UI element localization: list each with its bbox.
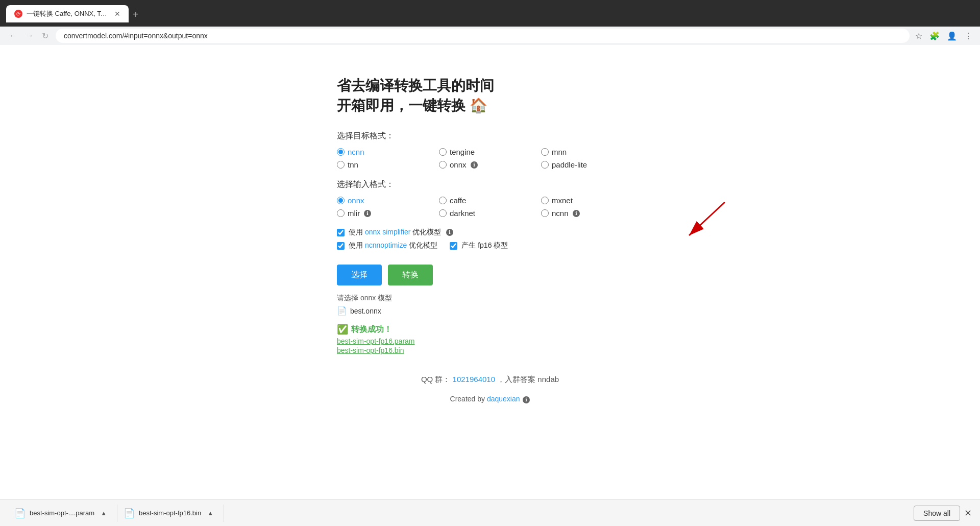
radio-paddle-input[interactable] (541, 161, 549, 169)
radio-mlir-input[interactable] (337, 209, 345, 217)
radio-onnx-target-label[interactable]: onnx (450, 160, 467, 169)
radio-caffe[interactable]: caffe (439, 196, 541, 205)
convert-button[interactable]: 转换 (388, 265, 433, 285)
onnx-simplifier-link[interactable]: onnx simplifier (365, 228, 410, 236)
checkbox-ncnnoptimize-label[interactable]: 使用 ncnnoptimize 优化模型 (349, 241, 437, 250)
button-group: 选择 转换 (337, 265, 643, 285)
radio-ncnn-input[interactable]: ncnn ℹ (541, 209, 643, 218)
radio-darknet-label[interactable]: darknet (450, 209, 475, 218)
main-container: 省去编译转换工具的时间 开箱即用，一键转换 🏠 选择目标格式： ncnn ten… (337, 76, 643, 403)
radio-onnx-input-radio[interactable] (337, 197, 345, 204)
radio-onnx-input[interactable]: onnx (337, 196, 439, 205)
file-item: 📄 best.onnx (337, 306, 643, 316)
file-section: 请选择 onnx 模型 📄 best.onnx (337, 294, 643, 316)
created-link[interactable]: daquexian (487, 395, 520, 403)
radio-tnn-input[interactable] (337, 161, 345, 169)
tab-title: 一键转换 Caffe, ONNX, Tensorf (27, 9, 110, 18)
radio-mxnet[interactable]: mxnet (541, 196, 643, 205)
checkbox-onnx-simplifier[interactable] (337, 229, 345, 236)
radio-onnx-target[interactable]: onnx ℹ (439, 160, 541, 169)
browser-nav-controls: ← → ↻ (6, 29, 52, 43)
radio-mlir[interactable]: mlir ℹ (337, 209, 439, 218)
radio-onnx-input-label[interactable]: onnx (348, 196, 364, 205)
select-button[interactable]: 选择 (337, 265, 382, 285)
browser-chrome: ⟳ 一键转换 Caffe, ONNX, Tensorf ✕ + (0, 0, 980, 27)
house-icon: 🏠 (470, 98, 487, 113)
file-hint: 请选择 onnx 模型 (337, 294, 643, 303)
page-content: 省去编译转换工具的时间 开箱即用，一键转换 🏠 选择目标格式： ncnn ten… (0, 45, 980, 489)
second-checkbox-row: 使用 ncnnoptimize 优化模型 产生 fp16 模型 (337, 241, 643, 254)
created-text: Created by (450, 395, 487, 403)
input-format-group: onnx caffe mxnet mlir ℹ darknet ncnn (337, 196, 643, 218)
target-format-label: 选择目标格式： (337, 131, 643, 141)
download-link-bin[interactable]: best-sim-opt-fp16.bin (337, 346, 643, 354)
menu-icon[interactable]: ⋮ (963, 30, 974, 42)
red-arrow-annotation (658, 197, 735, 248)
radio-paddle-lite[interactable]: paddle-lite (541, 160, 643, 169)
radio-tnn-label[interactable]: tnn (348, 160, 358, 169)
file-name: best.onnx (350, 307, 381, 315)
checkbox-onnx-simplifier-row: 使用 onnx simplifier 优化模型 ℹ (337, 228, 643, 237)
headline-line2: 开箱即用，一键转换 🏠 (337, 95, 643, 115)
ncnnoptimize-link[interactable]: ncnnoptimize (365, 241, 407, 249)
qq-link[interactable]: 1021964010 (453, 375, 495, 384)
checkbox-fp16-label[interactable]: 产生 fp16 模型 (461, 241, 508, 250)
radio-mnn-label[interactable]: mnn (552, 148, 567, 156)
success-section: ✅ 转换成功！ best-sim-opt-fp16.param best-sim… (337, 324, 643, 354)
address-input[interactable] (56, 29, 910, 43)
radio-ncnn-input[interactable] (337, 148, 345, 156)
mlir-info-icon[interactable]: ℹ (364, 210, 371, 217)
radio-ncnn-label[interactable]: ncnn (348, 148, 364, 156)
qq-section: QQ 群： 1021964010 ，入群答案 nndab (337, 375, 643, 385)
radio-ncnn[interactable]: ncnn (337, 148, 439, 156)
extensions-icon[interactable]: 🧩 (928, 30, 941, 42)
forward-button[interactable]: → (22, 29, 37, 42)
radio-darknet-input[interactable] (439, 209, 447, 217)
tab-favicon: ⟳ (14, 10, 22, 18)
profile-icon[interactable]: 👤 (945, 30, 959, 42)
radio-paddle-label[interactable]: paddle-lite (552, 160, 587, 169)
checkbox-fp16-row: 产生 fp16 模型 (450, 241, 508, 250)
checkbox-onnx-simplifier-label[interactable]: 使用 onnx simplifier 优化模型 (349, 228, 441, 237)
radio-tnn[interactable]: tnn (337, 160, 439, 169)
created-info-icon[interactable]: ℹ (523, 396, 530, 403)
radio-tengine-input[interactable] (439, 148, 447, 156)
bookmark-icon[interactable]: ☆ (914, 30, 924, 42)
radio-tengine[interactable]: tengine (439, 148, 541, 156)
tab-close-button[interactable]: ✕ (114, 10, 120, 18)
radio-ncnn-input-label[interactable]: ncnn (552, 209, 569, 218)
radio-mnn[interactable]: mnn (541, 148, 643, 156)
checkbox-ncnnoptimize[interactable] (337, 242, 345, 250)
radio-onnx-target-input[interactable] (439, 161, 447, 169)
radio-caffe-input[interactable] (439, 197, 447, 204)
success-message: ✅ 转换成功！ (337, 324, 643, 335)
qq-answer: ，入群答案 nndab (497, 375, 559, 384)
svg-line-1 (689, 202, 725, 235)
radio-mnn-input[interactable] (541, 148, 549, 156)
refresh-button[interactable]: ↻ (39, 29, 52, 43)
headline-line1: 省去编译转换工具的时间 (337, 76, 643, 95)
radio-caffe-label[interactable]: caffe (450, 196, 466, 205)
file-icon: 📄 (337, 306, 347, 316)
new-tab-button[interactable]: + (129, 7, 143, 22)
checkbox-fp16[interactable] (450, 242, 457, 250)
address-bar-row: ← → ↻ ☆ 🧩 👤 ⋮ (0, 27, 980, 45)
download-link-param[interactable]: best-sim-opt-fp16.param (337, 337, 643, 345)
radio-mlir-label[interactable]: mlir (348, 209, 360, 218)
onnx-target-info-icon[interactable]: ℹ (471, 161, 478, 169)
active-tab[interactable]: ⟳ 一键转换 Caffe, ONNX, Tensorf ✕ (6, 5, 129, 22)
radio-tengine-label[interactable]: tengine (450, 148, 475, 156)
ncnn-input-info-icon[interactable]: ℹ (573, 210, 580, 217)
headline: 省去编译转换工具的时间 开箱即用，一键转换 🏠 (337, 76, 643, 115)
back-button[interactable]: ← (6, 29, 20, 42)
radio-mxnet-input[interactable] (541, 197, 549, 204)
radio-mxnet-label[interactable]: mxnet (552, 196, 573, 205)
checkbox-ncnnoptimize-row: 使用 ncnnoptimize 优化模型 (337, 241, 437, 250)
created-section: Created by daquexian ℹ (337, 395, 643, 403)
radio-darknet[interactable]: darknet (439, 209, 541, 218)
toolbar-icons: ☆ 🧩 👤 ⋮ (914, 30, 974, 42)
radio-ncnn-input-radio[interactable] (541, 209, 549, 217)
onnx-simplifier-info-icon[interactable]: ℹ (446, 229, 453, 236)
input-format-label: 选择输入格式： (337, 179, 643, 190)
target-format-group: ncnn tengine mnn tnn onnx ℹ paddle-li (337, 148, 643, 169)
